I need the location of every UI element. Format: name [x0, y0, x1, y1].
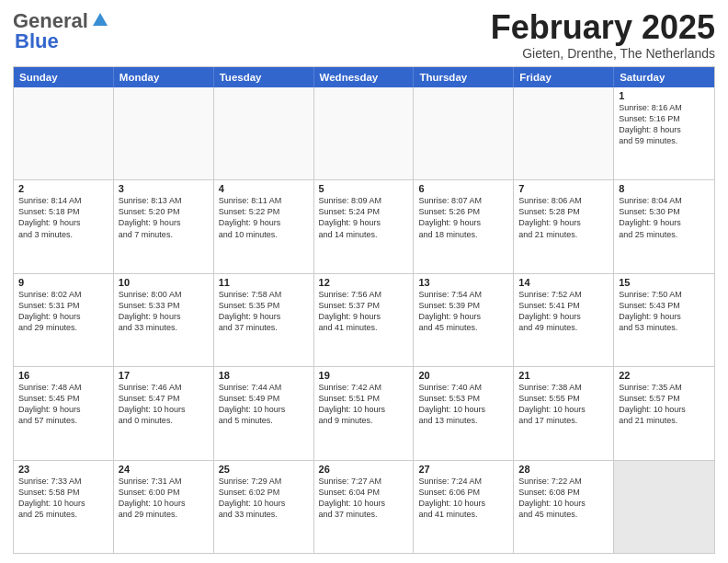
day-number: 14	[518, 277, 609, 288]
day-info: Sunrise: 7:50 AM Sunset: 5:43 PM Dayligh…	[619, 289, 710, 334]
calendar-cell: 8Sunrise: 8:04 AM Sunset: 5:30 PM Daylig…	[614, 180, 714, 272]
day-number: 5	[319, 183, 409, 194]
calendar-week-5: 23Sunrise: 7:33 AM Sunset: 5:58 PM Dayli…	[14, 461, 714, 553]
header-day-thursday: Thursday	[414, 67, 514, 87]
header-day-wednesday: Wednesday	[314, 67, 415, 87]
calendar-cell: 11Sunrise: 7:58 AM Sunset: 5:35 PM Dayli…	[214, 274, 314, 366]
day-number: 19	[319, 370, 409, 381]
calendar-cell: 16Sunrise: 7:48 AM Sunset: 5:45 PM Dayli…	[14, 367, 114, 459]
header-day-monday: Monday	[114, 67, 214, 87]
day-info: Sunrise: 7:58 AM Sunset: 5:35 PM Dayligh…	[219, 289, 309, 334]
day-number: 22	[619, 370, 710, 381]
day-number: 23	[18, 464, 108, 475]
calendar-cell: 7Sunrise: 8:06 AM Sunset: 5:28 PM Daylig…	[514, 180, 614, 272]
day-info: Sunrise: 8:16 AM Sunset: 5:16 PM Dayligh…	[619, 102, 710, 147]
day-info: Sunrise: 7:54 AM Sunset: 5:39 PM Dayligh…	[418, 289, 508, 334]
day-info: Sunrise: 8:02 AM Sunset: 5:31 PM Dayligh…	[18, 289, 108, 334]
day-number: 12	[319, 277, 409, 288]
day-info: Sunrise: 8:14 AM Sunset: 5:18 PM Dayligh…	[18, 195, 108, 240]
calendar-cell	[514, 87, 614, 179]
calendar-cell: 9Sunrise: 8:02 AM Sunset: 5:31 PM Daylig…	[14, 274, 114, 366]
calendar-cell: 1Sunrise: 8:16 AM Sunset: 5:16 PM Daylig…	[614, 87, 714, 179]
day-number: 16	[18, 370, 108, 381]
day-info: Sunrise: 7:22 AM Sunset: 6:08 PM Dayligh…	[518, 476, 609, 521]
logo-icon	[91, 11, 109, 28]
page: General Blue February 2025 Gieten, Drent…	[0, 0, 728, 563]
calendar-title: February 2025	[491, 9, 715, 46]
day-info: Sunrise: 7:33 AM Sunset: 5:58 PM Dayligh…	[18, 476, 108, 521]
day-info: Sunrise: 7:40 AM Sunset: 5:53 PM Dayligh…	[418, 382, 508, 427]
calendar-cell: 13Sunrise: 7:54 AM Sunset: 5:39 PM Dayli…	[414, 274, 514, 366]
day-info: Sunrise: 7:27 AM Sunset: 6:04 PM Dayligh…	[319, 476, 409, 521]
day-number: 11	[219, 277, 309, 288]
calendar-cell: 26Sunrise: 7:27 AM Sunset: 6:04 PM Dayli…	[314, 461, 415, 553]
day-number: 15	[619, 277, 710, 288]
logo: General Blue	[13, 9, 109, 53]
day-info: Sunrise: 8:07 AM Sunset: 5:26 PM Dayligh…	[418, 195, 508, 240]
day-number: 27	[418, 464, 508, 475]
calendar-cell: 6Sunrise: 8:07 AM Sunset: 5:26 PM Daylig…	[414, 180, 514, 272]
day-info: Sunrise: 7:46 AM Sunset: 5:47 PM Dayligh…	[119, 382, 209, 427]
calendar-week-1: 1Sunrise: 8:16 AM Sunset: 5:16 PM Daylig…	[14, 87, 714, 180]
calendar-cell: 25Sunrise: 7:29 AM Sunset: 6:02 PM Dayli…	[214, 461, 314, 553]
calendar-cell	[614, 461, 714, 553]
calendar-cell: 10Sunrise: 8:00 AM Sunset: 5:33 PM Dayli…	[114, 274, 214, 366]
calendar-cell	[314, 87, 415, 179]
day-number: 6	[418, 183, 508, 194]
calendar-cell: 19Sunrise: 7:42 AM Sunset: 5:51 PM Dayli…	[314, 367, 415, 459]
day-number: 24	[119, 464, 209, 475]
day-number: 28	[518, 464, 609, 475]
calendar-cell: 4Sunrise: 8:11 AM Sunset: 5:22 PM Daylig…	[214, 180, 314, 272]
calendar-cell: 23Sunrise: 7:33 AM Sunset: 5:58 PM Dayli…	[14, 461, 114, 553]
day-number: 21	[518, 370, 609, 381]
calendar-cell	[114, 87, 214, 179]
header: General Blue February 2025 Gieten, Drent…	[13, 9, 715, 61]
day-number: 13	[418, 277, 508, 288]
day-number: 18	[219, 370, 309, 381]
calendar-week-4: 16Sunrise: 7:48 AM Sunset: 5:45 PM Dayli…	[14, 367, 714, 460]
calendar-cell: 5Sunrise: 8:09 AM Sunset: 5:24 PM Daylig…	[314, 180, 415, 272]
calendar-cell: 2Sunrise: 8:14 AM Sunset: 5:18 PM Daylig…	[14, 180, 114, 272]
day-info: Sunrise: 7:29 AM Sunset: 6:02 PM Dayligh…	[219, 476, 309, 521]
day-info: Sunrise: 8:13 AM Sunset: 5:20 PM Dayligh…	[119, 195, 209, 240]
calendar-cell: 20Sunrise: 7:40 AM Sunset: 5:53 PM Dayli…	[414, 367, 514, 459]
day-number: 26	[319, 464, 409, 475]
calendar-header: SundayMondayTuesdayWednesdayThursdayFrid…	[14, 67, 714, 87]
day-number: 10	[119, 277, 209, 288]
calendar-cell: 14Sunrise: 7:52 AM Sunset: 5:41 PM Dayli…	[514, 274, 614, 366]
day-info: Sunrise: 8:00 AM Sunset: 5:33 PM Dayligh…	[119, 289, 209, 334]
day-number: 9	[18, 277, 108, 288]
day-info: Sunrise: 8:09 AM Sunset: 5:24 PM Dayligh…	[319, 195, 409, 240]
day-number: 1	[619, 90, 710, 101]
day-number: 2	[18, 183, 108, 194]
calendar-cell: 22Sunrise: 7:35 AM Sunset: 5:57 PM Dayli…	[614, 367, 714, 459]
calendar-week-2: 2Sunrise: 8:14 AM Sunset: 5:18 PM Daylig…	[14, 180, 714, 273]
calendar-cell: 18Sunrise: 7:44 AM Sunset: 5:49 PM Dayli…	[214, 367, 314, 459]
calendar-cell	[414, 87, 514, 179]
logo-blue: Blue	[13, 29, 59, 53]
header-day-sunday: Sunday	[14, 67, 114, 87]
calendar-subtitle: Gieten, Drenthe, The Netherlands	[491, 46, 715, 61]
calendar-cell: 12Sunrise: 7:56 AM Sunset: 5:37 PM Dayli…	[314, 274, 415, 366]
day-number: 8	[619, 183, 710, 194]
header-day-friday: Friday	[514, 67, 614, 87]
day-info: Sunrise: 7:42 AM Sunset: 5:51 PM Dayligh…	[319, 382, 409, 427]
day-number: 7	[518, 183, 609, 194]
day-info: Sunrise: 7:35 AM Sunset: 5:57 PM Dayligh…	[619, 382, 710, 427]
calendar-cell: 21Sunrise: 7:38 AM Sunset: 5:55 PM Dayli…	[514, 367, 614, 459]
day-info: Sunrise: 8:06 AM Sunset: 5:28 PM Dayligh…	[518, 195, 609, 240]
day-number: 4	[219, 183, 309, 194]
svg-marker-0	[93, 13, 108, 26]
day-number: 3	[119, 183, 209, 194]
calendar-cell: 28Sunrise: 7:22 AM Sunset: 6:08 PM Dayli…	[514, 461, 614, 553]
day-number: 20	[418, 370, 508, 381]
calendar-cell: 24Sunrise: 7:31 AM Sunset: 6:00 PM Dayli…	[114, 461, 214, 553]
calendar-cell	[14, 87, 114, 179]
calendar-cell: 27Sunrise: 7:24 AM Sunset: 6:06 PM Dayli…	[414, 461, 514, 553]
calendar-cell: 15Sunrise: 7:50 AM Sunset: 5:43 PM Dayli…	[614, 274, 714, 366]
day-info: Sunrise: 7:38 AM Sunset: 5:55 PM Dayligh…	[518, 382, 609, 427]
calendar: SundayMondayTuesdayWednesdayThursdayFrid…	[13, 66, 715, 554]
title-area: February 2025 Gieten, Drenthe, The Nethe…	[491, 9, 715, 61]
day-info: Sunrise: 7:48 AM Sunset: 5:45 PM Dayligh…	[18, 382, 108, 427]
day-info: Sunrise: 7:52 AM Sunset: 5:41 PM Dayligh…	[518, 289, 609, 334]
